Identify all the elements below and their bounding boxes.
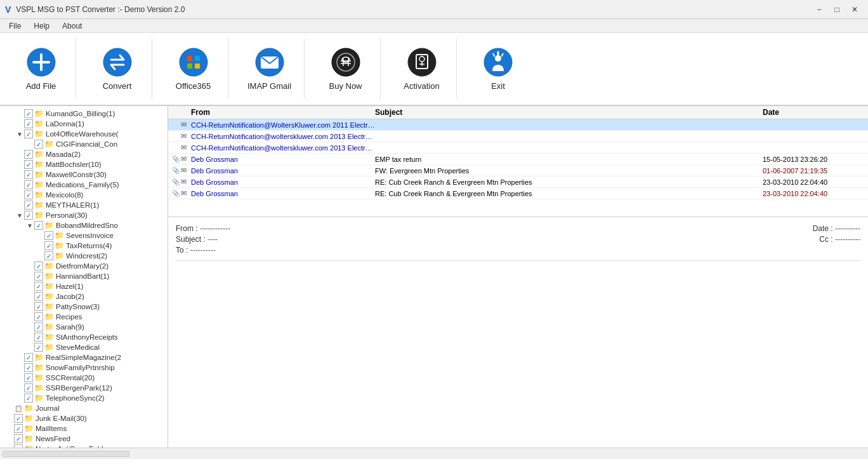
tree-item[interactable]: 📁NortonAntiSpamFolder <box>0 444 168 448</box>
tree-item[interactable]: 📁Hazel(1) <box>0 281 168 291</box>
tree-checkbox[interactable] <box>34 292 43 301</box>
tree-item[interactable]: 📁RealSimpleMagazine(2 <box>0 352 168 363</box>
menu-about[interactable]: About <box>56 20 88 32</box>
email-row[interactable]: ✉ CCH-ReturnNotification@WoltersKluwer.c… <box>168 119 868 131</box>
tree-checkbox[interactable] <box>34 140 43 149</box>
preview-header: From : ------------ Subject : ---- To : … <box>176 222 860 261</box>
tree-checkbox[interactable] <box>24 130 33 138</box>
tree-item[interactable]: 📁Sarah(9) <box>0 322 168 332</box>
tree-item[interactable]: 📁StAnthonyReceipts <box>0 332 168 342</box>
menu-help[interactable]: Help <box>27 20 56 32</box>
exit-button[interactable]: Exit <box>463 39 533 99</box>
tree-item[interactable]: 📁HanniandBart(1) <box>0 271 168 281</box>
tree-checkbox[interactable] <box>34 262 43 270</box>
tree-item[interactable]: 📁CIGIFinancial_Con <box>0 139 168 149</box>
close-button[interactable]: ✕ <box>846 3 863 16</box>
tree-checkbox[interactable] <box>34 221 43 230</box>
tree-checkbox[interactable] <box>14 434 23 443</box>
email-from: Deb Grossman <box>191 190 375 197</box>
tree-item[interactable]: 📁Junk E-Mail(30) <box>0 413 168 423</box>
tree-checkbox[interactable] <box>24 383 33 392</box>
tree-checkbox[interactable] <box>24 109 33 118</box>
tree-item[interactable]: 📁LaDonna(1) <box>0 119 168 129</box>
tree-item[interactable]: 📁TaxReturns(4) <box>0 241 168 251</box>
tree-item[interactable]: 📁NewsFeed <box>0 434 168 444</box>
tree-item[interactable]: 📁SSCRental(20) <box>0 373 168 383</box>
maximize-button[interactable]: □ <box>829 3 845 16</box>
tree-checkbox[interactable] <box>24 201 33 210</box>
preview-from-label: From : <box>176 224 198 233</box>
tree-item[interactable]: ▼📁BobandMildredSno <box>0 220 168 230</box>
tree-label: SevensInvoice <box>66 232 114 239</box>
tree-toggle[interactable]: ▼ <box>15 131 24 138</box>
tree-checkbox[interactable] <box>24 180 33 189</box>
tree-checkbox[interactable] <box>34 302 43 311</box>
tree-item[interactable]: 📁MattBochsler(10) <box>0 159 168 170</box>
add-file-label: Add File <box>26 81 56 91</box>
tree-item[interactable]: 📁Masada(2) <box>0 149 168 159</box>
statusbar-scrollbar[interactable] <box>3 451 129 457</box>
tree-checkbox[interactable] <box>44 241 53 250</box>
tree-item[interactable]: 📁KumandGo_Billing(1) <box>0 109 168 119</box>
tree-item[interactable]: ▼📁Personal(30) <box>0 210 168 220</box>
add-file-button[interactable]: Add File <box>6 39 76 99</box>
tree-checkbox[interactable] <box>14 424 23 433</box>
office365-button[interactable]: Office365 <box>159 39 228 99</box>
preview-left: From : ------------ Subject : ---- To : … <box>176 222 702 256</box>
email-row[interactable]: ✉ CCH-ReturnNotification@wolterskluwer.c… <box>168 142 868 154</box>
tree-item[interactable]: 📁TelephoneSync(2) <box>0 393 168 403</box>
tree-toggle[interactable]: ▼ <box>15 212 24 219</box>
tree-item[interactable]: 📁Medications_Family(5) <box>0 180 168 190</box>
tree-label: PattySnow(3) <box>56 303 100 310</box>
email-row[interactable]: 📎 ✉ Deb Grossman RE: Cub Creek Ranch & E… <box>168 176 868 188</box>
tree-label: Windcrest(2) <box>66 252 107 260</box>
tree-item[interactable]: ▼📁Lot4OfficeWarehouse( <box>0 129 168 139</box>
minimize-button[interactable]: − <box>811 3 827 16</box>
buy-now-button[interactable]: Buy Now <box>311 39 381 99</box>
tree-item[interactable]: 📁MEYTHALER(1) <box>0 200 168 210</box>
tree-item[interactable]: 📁SnowFamilyPrtnrship <box>0 363 168 373</box>
tree-item[interactable]: 📋📁Journal <box>0 403 168 413</box>
convert-button[interactable]: Convert <box>82 39 152 99</box>
tree-checkbox[interactable] <box>24 119 33 128</box>
tree-checkbox[interactable] <box>44 251 53 260</box>
tree-checkbox[interactable] <box>24 373 33 382</box>
tree-item[interactable]: 📁Mexicolo(8) <box>0 190 168 200</box>
tree-checkbox[interactable] <box>34 333 43 342</box>
email-row[interactable]: 📎 ✉ Deb Grossman FW: Evergreen Mtn Prope… <box>168 165 868 176</box>
tree-item[interactable]: 📁SSRBergenPark(12) <box>0 383 168 393</box>
tree-checkbox[interactable] <box>34 282 43 291</box>
activation-button[interactable]: Activation <box>387 39 457 99</box>
tree-checkbox[interactable] <box>34 343 43 352</box>
tree-checkbox[interactable] <box>24 394 33 402</box>
email-row[interactable]: ✉ CCH-ReturnNotification@wolterskluwer.c… <box>168 131 868 142</box>
tree-checkbox[interactable] <box>34 323 43 331</box>
imap-gmail-button[interactable]: IMAP Gmail <box>235 39 305 99</box>
tree-label: StAnthonyReceipts <box>56 333 118 341</box>
tree-checkbox[interactable] <box>24 170 33 179</box>
menu-file[interactable]: File <box>3 20 27 32</box>
tree-checkbox[interactable] <box>24 160 33 169</box>
tree-item[interactable]: 📁Recipes <box>0 312 168 322</box>
tree-checkbox[interactable] <box>34 312 43 321</box>
tree-checkbox[interactable] <box>24 150 33 159</box>
tree-checkbox[interactable] <box>24 211 33 220</box>
tree-checkbox[interactable] <box>24 190 33 199</box>
email-row[interactable]: 📎 ✉ Deb Grossman RE: Cub Creek Ranch & E… <box>168 188 868 199</box>
tree-item[interactable]: 📁SteveMedical <box>0 342 168 352</box>
email-row[interactable]: 📎 ✉ Deb Grossman EMP tax return 15-05-20… <box>168 154 868 165</box>
tree-item[interactable]: 📁Jacob(2) <box>0 291 168 302</box>
tree-item[interactable]: 📁Windcrest(2) <box>0 251 168 261</box>
tree-item[interactable]: 📁SevensInvoice <box>0 230 168 241</box>
tree-checkbox[interactable] <box>24 363 33 372</box>
tree-checkbox[interactable] <box>44 231 53 240</box>
tree-checkbox[interactable] <box>14 414 23 423</box>
tree-item[interactable]: 📁PattySnow(3) <box>0 302 168 312</box>
tree-checkbox[interactable] <box>34 272 43 281</box>
tree-item[interactable]: 📁MaxwellConstr(30) <box>0 170 168 180</box>
tree-item[interactable]: 📁MailItems <box>0 423 168 434</box>
tree-item[interactable]: 📁DietfromMary(2) <box>0 261 168 271</box>
tree-toggle[interactable]: ▼ <box>25 222 34 229</box>
tree-checkbox[interactable] <box>14 444 23 448</box>
tree-checkbox[interactable] <box>24 353 33 362</box>
